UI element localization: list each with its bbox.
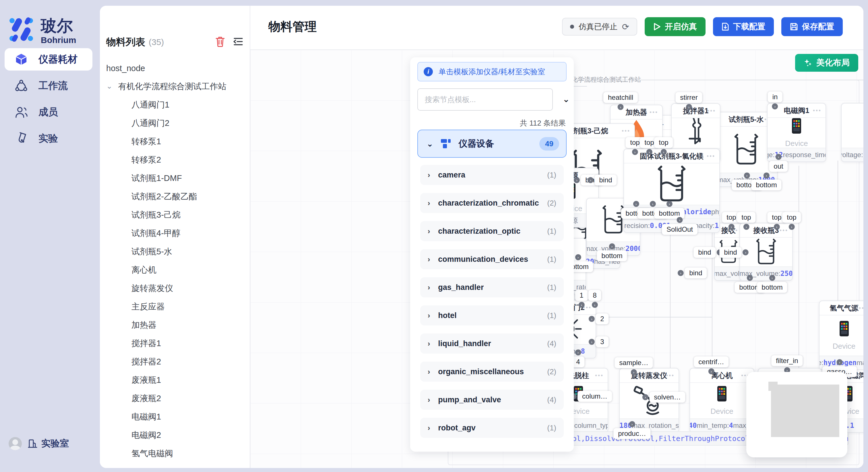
- template-category-characterization_chromatic[interactable]: › characterization_chromatic (2): [420, 193, 564, 213]
- tree-item[interactable]: ⌄有机化学流程综合测试工作站: [106, 78, 226, 95]
- port-pill[interactable]: SolidOut ›: [662, 224, 698, 235]
- tree-item[interactable]: 搅拌器2: [131, 354, 161, 370]
- template-category-robot_agv[interactable]: › robot_agv (1): [420, 418, 564, 438]
- port-handle-icon[interactable]: ›: [632, 149, 638, 155]
- port-handle-icon[interactable]: ›: [776, 154, 782, 160]
- port-handle-icon[interactable]: ›: [661, 149, 667, 155]
- port-handle-icon[interactable]: ›: [789, 224, 795, 230]
- tree-item[interactable]: 氢气电磁阀: [131, 446, 173, 462]
- port-handle-icon[interactable]: ›: [609, 243, 615, 249]
- port-pill[interactable]: bind ›: [685, 268, 707, 278]
- port-handle-icon[interactable]: ›: [618, 104, 624, 110]
- beautify-layout-button[interactable]: 美化布局: [795, 54, 858, 72]
- template-category-communication_devices[interactable]: › communication_devices (1): [420, 249, 564, 269]
- node-menu-icon[interactable]: •••: [622, 128, 630, 134]
- port-pill[interactable]: bind ›: [693, 247, 716, 258]
- tree-item[interactable]: 真空泵: [131, 464, 156, 467]
- node-menu-icon[interactable]: •••: [595, 372, 603, 379]
- tree-item[interactable]: 电磁阀2: [131, 427, 161, 443]
- canvas-node-离心机[interactable]: 离心机 ••• Devicep: 40 min_temp: 4 max_spe: [689, 368, 754, 433]
- port-pill[interactable]: bottom ›: [597, 250, 627, 261]
- tree-item[interactable]: 加热器: [131, 317, 156, 333]
- port-handle-icon[interactable]: ›: [633, 201, 639, 207]
- port-pill[interactable]: 2 ›: [596, 313, 609, 324]
- port-pill[interactable]: colum… ›: [578, 391, 612, 402]
- port-pill[interactable]: heatchill ›: [603, 92, 638, 103]
- chevron-down-icon[interactable]: ⌄: [106, 82, 113, 91]
- template-category-liquid_handler[interactable]: › liquid_handler (4): [420, 334, 564, 353]
- sidebar-item-experiment[interactable]: 实验: [5, 127, 92, 150]
- port-pill[interactable]: top ›: [782, 212, 801, 223]
- port-handle-icon[interactable]: ›: [764, 173, 770, 179]
- port-pill[interactable]: solven… ›: [649, 392, 685, 403]
- canvas-node-固体试剂瓶3-氯化镁[interactable]: 固体试剂瓶3-氯化镁 ••• agent: magnesium_chloride…: [623, 148, 720, 233]
- port-pill[interactable]: bind ›: [719, 247, 741, 258]
- lab-switcher[interactable]: 实验室: [28, 437, 69, 450]
- port-handle-icon[interactable]: ›: [589, 316, 595, 322]
- template-category-pump_and_valve[interactable]: › pump_and_valve (4): [420, 390, 564, 410]
- canvas-node-电磁阀1[interactable]: 电磁阀1 ••• Devicevoltage: 12 response_time…: [767, 103, 826, 162]
- port-pill[interactable]: bottom ›: [757, 282, 787, 293]
- port-handle-icon[interactable]: ›: [708, 369, 714, 374]
- port-handle-icon[interactable]: ›: [747, 275, 753, 281]
- port-pill[interactable]: produc… ›: [613, 428, 650, 439]
- tree-item[interactable]: 八通阀门1: [131, 97, 169, 113]
- user-avatar[interactable]: [9, 437, 22, 450]
- port-handle-icon[interactable]: ›: [631, 369, 637, 375]
- node-menu-icon[interactable]: •••: [813, 107, 822, 114]
- port-pill[interactable]: sample… ›: [615, 357, 653, 368]
- minimap-panel[interactable]: [746, 372, 847, 458]
- tree-item[interactable]: 搅拌器1: [131, 336, 161, 351]
- template-category-characterization_optic[interactable]: › characterization_optic (1): [420, 221, 564, 241]
- start-simulation-button[interactable]: 开启仿真: [645, 17, 706, 36]
- port-handle-icon[interactable]: ›: [743, 224, 749, 230]
- template-category-hotel[interactable]: › hotel (1): [420, 305, 564, 326]
- port-handle-icon[interactable]: ›: [744, 173, 750, 179]
- port-handle-icon[interactable]: ›: [646, 149, 652, 155]
- tree-item[interactable]: 八通阀门2: [131, 115, 169, 131]
- delete-all-icon[interactable]: [215, 36, 225, 48]
- sidebar-item-cube[interactable]: 仪器耗材: [5, 48, 92, 71]
- port-handle-icon[interactable]: ›: [678, 270, 684, 276]
- tree-item[interactable]: 废液瓶2: [131, 391, 161, 407]
- port-pill[interactable]: in ›: [768, 92, 782, 102]
- panel-collapse-icon[interactable]: ⌄: [563, 94, 570, 104]
- port-pill[interactable]: 3 ›: [596, 336, 609, 347]
- port-handle-icon[interactable]: ›: [592, 302, 598, 308]
- tree-item[interactable]: 电磁阀1: [131, 409, 161, 425]
- port-handle-icon[interactable]: ›: [772, 103, 778, 109]
- port-handle-icon[interactable]: ›: [743, 249, 749, 256]
- port-pill[interactable]: 1 ›: [575, 290, 588, 301]
- canvas-node-partial[interactable]: voltage: 12: [841, 103, 863, 162]
- tree-item[interactable]: 废液瓶1: [131, 372, 161, 388]
- port-pill[interactable]: top ›: [654, 137, 673, 148]
- port-handle-icon[interactable]: ›: [588, 177, 594, 183]
- port-pill[interactable]: out ›: [769, 161, 787, 172]
- node-menu-icon[interactable]: •••: [856, 372, 863, 379]
- tree-item[interactable]: 试剂瓶2-乙酸乙酯: [131, 189, 197, 205]
- port-handle-icon[interactable]: ›: [677, 217, 683, 223]
- node-menu-icon[interactable]: •••: [856, 305, 863, 311]
- template-category-camera[interactable]: › camera (1): [420, 165, 564, 185]
- port-handle-icon[interactable]: ›: [589, 339, 595, 345]
- tree-item[interactable]: 转移泵1: [131, 134, 161, 150]
- port-handle-icon[interactable]: ›: [666, 201, 673, 207]
- node-menu-icon[interactable]: •••: [666, 372, 675, 379]
- port-handle-icon[interactable]: ›: [629, 421, 635, 427]
- refresh-status-icon[interactable]: ⟳: [622, 22, 629, 32]
- sidebar-item-members[interactable]: 成员: [5, 101, 92, 123]
- node-menu-icon[interactable]: •••: [707, 107, 716, 114]
- port-handle-icon[interactable]: ›: [728, 224, 735, 230]
- tree-item[interactable]: 转移泵2: [131, 152, 161, 168]
- search-input[interactable]: [424, 95, 546, 104]
- download-config-button[interactable]: 下载配置: [713, 17, 774, 36]
- port-pill[interactable]: centrif… ›: [694, 357, 728, 367]
- port-handle-icon[interactable]: ›: [769, 275, 775, 281]
- port-pill[interactable]: bind ›: [594, 175, 617, 186]
- sidebar-item-workflow[interactable]: 工作流: [5, 74, 92, 97]
- template-category-organic_miscellaneous[interactable]: › organic_miscellaneous (2): [420, 362, 564, 382]
- tree-item[interactable]: 旋转蒸发仪: [131, 280, 173, 297]
- tree-item[interactable]: 主反应器: [131, 299, 165, 315]
- node-menu-icon[interactable]: •••: [650, 109, 658, 115]
- port-handle-icon[interactable]: ›: [575, 255, 581, 260]
